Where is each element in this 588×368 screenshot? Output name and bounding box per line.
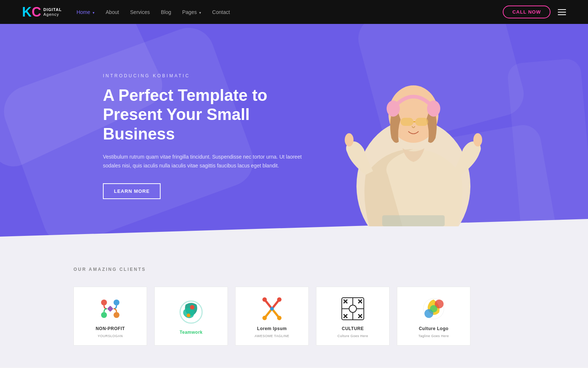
nav-item-home[interactable]: Home ▾	[76, 9, 94, 15]
nonprofit-logo-svg	[97, 296, 123, 322]
logo-k: K	[22, 4, 32, 20]
logo-c: C	[32, 4, 41, 20]
client-name-culturelogo: Culture Logo	[419, 326, 449, 331]
client-sub-culture: Culture Goes Here	[337, 334, 368, 338]
hamburger-line	[558, 14, 566, 15]
hero-text: INTRODUCING KOBIMATIC A Perfect Template…	[103, 73, 305, 199]
client-logo-lorem	[257, 294, 287, 323]
svg-point-8	[473, 133, 482, 146]
navbar: KC DIGITAL Agency Home ▾ About Services …	[0, 0, 588, 24]
svg-point-10	[101, 300, 107, 305]
hero-intro: INTRODUCING KOBIMATIC	[103, 73, 305, 78]
client-sub-nonprofit: YOURSLOGAN	[98, 334, 123, 338]
hero-section: INTRODUCING KOBIMATIC A Perfect Template…	[0, 24, 588, 248]
svg-point-16	[190, 305, 194, 309]
navbar-right: CALL NOW	[503, 6, 566, 18]
logo-agency: Agency	[43, 12, 62, 17]
client-name-lorem: Lorem Ipsum	[257, 326, 287, 331]
client-card-nonprofit: NON-PROFIT YOURSLOGAN	[74, 287, 147, 346]
hero-content: INTRODUCING KOBIMATIC A Perfect Template…	[0, 24, 588, 248]
client-name-teamwork: Teamwork	[180, 330, 202, 335]
client-logo-teamwork	[176, 297, 206, 327]
svg-point-3	[427, 100, 440, 117]
client-card-culture: CULTURE Culture Goes Here	[316, 287, 390, 346]
client-sub-lorem: AWESOME TAGLINE	[255, 334, 289, 338]
svg-point-22	[262, 297, 267, 302]
svg-point-25	[277, 316, 282, 320]
svg-point-24	[262, 316, 267, 320]
client-card-lorem: Lorem Ipsum AWESOME TAGLINE	[235, 287, 309, 346]
svg-point-36	[349, 305, 356, 312]
svg-point-23	[277, 297, 282, 302]
client-logo-nonprofit	[96, 294, 125, 323]
hamburger-line	[558, 9, 566, 10]
svg-point-12	[101, 312, 107, 318]
nav-item-pages[interactable]: Pages ▾	[182, 9, 201, 15]
culturelogo-svg	[421, 296, 447, 322]
client-logo-culture	[338, 294, 368, 323]
culture-logo-svg	[340, 296, 366, 322]
svg-point-44	[430, 305, 437, 312]
svg-point-11	[114, 300, 119, 305]
svg-rect-9	[382, 215, 445, 226]
logo[interactable]: KC DIGITAL Agency	[22, 6, 62, 19]
clients-section: OUR AMAZING CLIENTS	[0, 248, 588, 368]
client-name-culture: CULTURE	[342, 326, 364, 331]
svg-point-26	[270, 307, 274, 311]
nav-links: Home ▾ About Services Blog Pages ▾ Conta…	[76, 9, 230, 15]
clients-grid: NON-PROFIT YOURSLOGAN Teamwork	[74, 287, 514, 346]
svg-point-13	[114, 312, 119, 318]
svg-point-7	[345, 133, 354, 146]
hero-person-illustration	[344, 46, 483, 226]
logo-text: DIGITAL Agency	[43, 7, 62, 16]
nav-item-blog[interactable]: Blog	[161, 9, 171, 15]
logo-letters: KC	[22, 6, 41, 19]
call-now-button[interactable]: CALL NOW	[503, 6, 551, 18]
svg-rect-14	[107, 306, 114, 312]
client-name-nonprofit: NON-PROFIT	[96, 326, 125, 331]
logo-digital: DIGITAL	[43, 7, 62, 12]
nav-item-about[interactable]: About	[105, 9, 119, 15]
client-logo-culturelogo	[419, 294, 448, 323]
client-sub-culturelogo: Tagline Goes Here	[418, 334, 449, 338]
hero-description: Vestibulum rutrum quam vitae fringilla t…	[103, 153, 305, 170]
hamburger-menu[interactable]	[558, 9, 566, 15]
navbar-left: KC DIGITAL Agency Home ▾ About Services …	[22, 6, 230, 19]
client-card-culturelogo: Culture Logo Tagline Goes Here	[397, 287, 470, 346]
svg-rect-5	[415, 118, 428, 126]
svg-rect-4	[401, 118, 413, 126]
nav-item-contact[interactable]: Contact	[212, 9, 230, 15]
client-card-teamwork: Teamwork	[154, 287, 228, 346]
learn-more-button[interactable]: LEARN MORE	[103, 183, 161, 199]
lorem-logo-svg	[259, 296, 285, 322]
teamwork-logo-svg	[178, 299, 204, 325]
hero-title: A Perfect Template to Present Your Small…	[103, 86, 305, 144]
hamburger-line	[558, 12, 566, 13]
clients-section-label: OUR AMAZING CLIENTS	[74, 267, 514, 272]
hero-image-area	[305, 46, 522, 226]
nav-item-services[interactable]: Services	[130, 9, 150, 15]
svg-point-17	[187, 314, 190, 317]
svg-point-2	[387, 100, 400, 117]
